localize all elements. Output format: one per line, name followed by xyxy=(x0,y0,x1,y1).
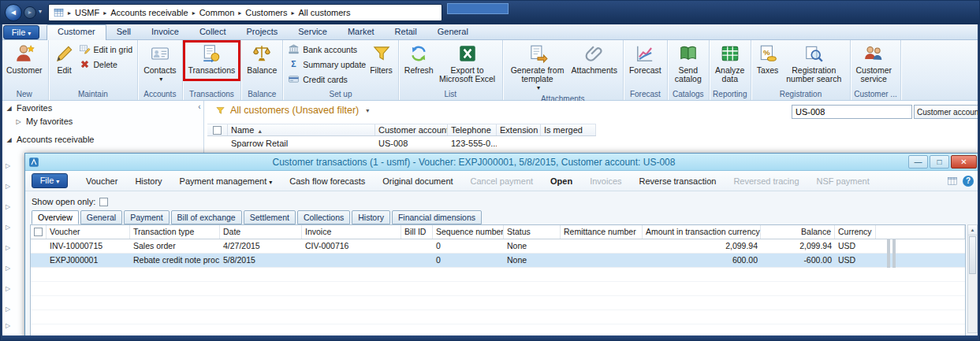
back-button[interactable]: ◄ xyxy=(5,4,22,21)
tab-projects[interactable]: Projects xyxy=(237,24,289,40)
breadcrumb-item-module[interactable]: Accounts receivable xyxy=(110,8,188,17)
col-extension[interactable]: Extension xyxy=(497,124,541,135)
tab-customer[interactable]: Customer xyxy=(47,24,106,40)
tab-collections[interactable]: Collections xyxy=(297,210,350,224)
tab-retail[interactable]: Retail xyxy=(385,24,427,40)
col-date[interactable]: Date xyxy=(220,225,302,239)
tree-expanded-icon[interactable]: ◢ xyxy=(6,105,13,112)
breadcrumb-item-page[interactable]: All customers xyxy=(299,8,351,17)
col-is-merged[interactable]: Is merged xyxy=(541,124,596,135)
bank-accounts-button[interactable]: Bank accounts xyxy=(286,42,367,57)
tab-general[interactable]: General xyxy=(427,24,479,40)
col-bill-id[interactable]: Bill ID xyxy=(401,225,433,239)
quick-filter-field-dropdown[interactable]: Customer account ▾ xyxy=(914,105,980,119)
nav-item-my-favorites[interactable]: ▷ My favorites xyxy=(1,114,203,128)
menu-voucher[interactable]: Voucher xyxy=(77,176,126,186)
tab-payment[interactable]: Payment xyxy=(124,210,169,224)
forecast-button[interactable]: Forecast xyxy=(627,42,664,76)
send-catalog-button[interactable]: Send catalog xyxy=(671,42,706,85)
col-transaction-type[interactable]: Transaction type xyxy=(130,225,220,239)
generate-from-template-button[interactable]: Generate from template ▾ xyxy=(506,42,569,94)
nav-history-dropdown-icon[interactable]: ▾ xyxy=(39,8,42,15)
tab-financial-dimensions[interactable]: Financial dimensions xyxy=(392,210,482,224)
customer-new-button[interactable]: Customer xyxy=(4,42,45,76)
col-remittance-number[interactable]: Remittance number xyxy=(561,225,643,239)
nav-item-accounts-receivable[interactable]: ◢ Accounts receivable xyxy=(1,132,203,146)
tab-collect[interactable]: Collect xyxy=(189,24,237,40)
tree-expanded-icon[interactable]: ◢ xyxy=(6,136,13,143)
menu-cancel-payment[interactable]: Cancel payment xyxy=(462,176,542,186)
file-menu-button[interactable]: File▾ xyxy=(3,25,39,39)
close-button[interactable]: ✕ xyxy=(951,155,977,169)
transaction-row[interactable]: INV-10000715 Sales order 4/27/2015 CIV-0… xyxy=(31,239,965,254)
tab-bill-of-exchange[interactable]: Bill of exchange xyxy=(171,210,242,224)
transactions-file-button[interactable]: File▾ xyxy=(32,173,68,188)
tab-sell[interactable]: Sell xyxy=(106,24,141,40)
tab-general[interactable]: General xyxy=(80,210,122,224)
show-open-only-checkbox[interactable] xyxy=(99,198,108,206)
col-customer-account[interactable]: Customer account xyxy=(375,124,448,135)
tree-collapsed-icon[interactable]: ▷ xyxy=(6,285,10,292)
registration-number-search-button[interactable]: Registration number search xyxy=(781,42,847,85)
minimize-button[interactable]: — xyxy=(908,155,928,169)
tree-collapsed-icon[interactable]: ▷ xyxy=(6,322,10,329)
tab-history[interactable]: History xyxy=(352,210,390,224)
menu-history[interactable]: History xyxy=(126,176,170,186)
tree-collapsed-icon[interactable]: ▷ xyxy=(6,224,10,231)
tree-collapsed-icon[interactable]: ▷ xyxy=(6,244,10,251)
menu-reversed-tracing[interactable]: Reversed tracing xyxy=(725,176,807,186)
scrollbar-thumb[interactable] xyxy=(969,236,976,274)
menu-nsf-payment[interactable]: NSF payment xyxy=(808,176,878,186)
menu-invoices[interactable]: Invoices xyxy=(581,176,630,186)
contacts-button[interactable]: Contacts ▾ xyxy=(141,42,178,85)
select-all-cell[interactable] xyxy=(31,225,47,239)
tab-market[interactable]: Market xyxy=(337,24,385,40)
col-sequence-number[interactable]: Sequence number xyxy=(433,225,504,239)
menu-original-document[interactable]: Original document xyxy=(374,176,461,186)
edit-in-grid-button[interactable]: Edit in grid xyxy=(77,42,135,57)
delete-button[interactable]: Delete xyxy=(77,57,135,72)
balance-button[interactable]: Balance xyxy=(244,42,279,76)
vertical-scrollbar[interactable]: ▲ xyxy=(967,224,978,333)
col-invoice[interactable]: Invoice xyxy=(302,225,401,239)
col-telephone[interactable]: Telephone xyxy=(448,124,497,135)
tab-invoice[interactable]: Invoice xyxy=(141,24,189,40)
forward-button[interactable]: ► xyxy=(24,6,36,19)
quick-filter-input[interactable] xyxy=(792,105,912,119)
checkbox[interactable] xyxy=(213,126,222,135)
breadcrumb-item-page-group[interactable]: Customers xyxy=(245,8,287,17)
list-filter-header[interactable]: All customers (Unsaved filter) ▾ xyxy=(215,105,369,116)
col-name[interactable]: Name▲ xyxy=(228,124,375,135)
transaction-row-selected[interactable]: EXPJ000001 Rebate credit note proc... 5/… xyxy=(31,254,965,268)
tab-service[interactable]: Service xyxy=(288,24,337,40)
customer-row[interactable]: Sparrow Retail US-008 123-555-0... xyxy=(207,137,596,150)
menu-payment-management[interactable]: Payment management▾ xyxy=(171,176,281,186)
analyze-data-button[interactable]: Analyze data xyxy=(713,42,747,85)
scroll-up-icon[interactable]: ▲ xyxy=(968,225,977,235)
col-balance[interactable]: Balance xyxy=(761,225,835,239)
breadcrumb-item-area[interactable]: Common xyxy=(199,8,235,17)
customer-service-button[interactable]: Customer service xyxy=(854,42,893,85)
tree-collapsed-icon[interactable]: ▷ xyxy=(6,203,10,210)
help-icon[interactable]: ? xyxy=(963,176,974,187)
tree-collapsed-icon[interactable]: ▷ xyxy=(6,183,10,190)
menu-open[interactable]: Open xyxy=(542,176,581,186)
breadcrumb-item-company[interactable]: USMF xyxy=(75,8,99,17)
select-all-checkbox[interactable] xyxy=(207,124,228,135)
window-title-bar[interactable]: Customer transactions (1 - usmf) - Vouch… xyxy=(25,154,980,171)
edit-button[interactable]: Edit xyxy=(52,42,77,76)
filters-button[interactable]: Filters xyxy=(367,42,395,76)
summary-update-button[interactable]: Summary update xyxy=(286,57,367,72)
maximize-button[interactable]: □ xyxy=(930,155,949,169)
export-to-excel-button[interactable]: Export to Microsoft Excel xyxy=(436,42,499,85)
credit-cards-button[interactable]: Credit cards xyxy=(286,72,367,87)
col-currency[interactable]: Currency xyxy=(835,225,876,239)
col-voucher[interactable]: Voucher xyxy=(47,225,130,239)
col-status[interactable]: Status xyxy=(504,225,561,239)
taxes-button[interactable]: Taxes xyxy=(755,42,781,76)
tab-overview[interactable]: Overview xyxy=(32,210,79,224)
nav-item-favorites[interactable]: ◢ Favorites xyxy=(1,101,203,114)
column-layout-icon[interactable] xyxy=(947,176,958,187)
tab-settlement[interactable]: Settlement xyxy=(244,210,296,224)
col-amount[interactable]: Amount in transaction currency xyxy=(643,225,761,239)
